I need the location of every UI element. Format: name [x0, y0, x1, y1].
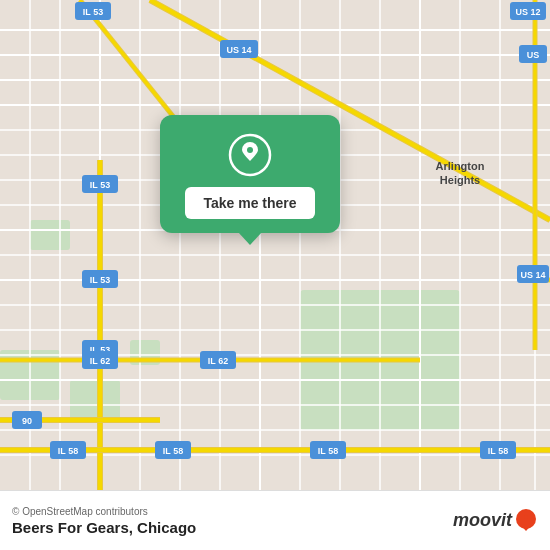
svg-text:Heights: Heights: [440, 174, 480, 186]
svg-text:US 12: US 12: [515, 7, 540, 17]
svg-text:IL 53: IL 53: [83, 7, 103, 17]
svg-rect-2: [30, 220, 70, 250]
take-me-there-button[interactable]: Take me there: [185, 187, 314, 219]
svg-text:IL 53: IL 53: [90, 275, 110, 285]
svg-text:IL 62: IL 62: [90, 356, 110, 366]
svg-text:IL 62: IL 62: [208, 356, 228, 366]
svg-text:US: US: [527, 50, 540, 60]
map-attribution: © OpenStreetMap contributors: [12, 506, 196, 517]
bottom-bar: © OpenStreetMap contributors Beers For G…: [0, 490, 550, 550]
svg-text:IL 58: IL 58: [488, 446, 508, 456]
svg-text:IL 58: IL 58: [58, 446, 78, 456]
svg-text:US 14: US 14: [520, 270, 545, 280]
bottom-left: © OpenStreetMap contributors Beers For G…: [12, 506, 196, 536]
svg-text:Arlington: Arlington: [436, 160, 485, 172]
location-pin-icon: [228, 133, 272, 177]
svg-text:IL 53: IL 53: [90, 180, 110, 190]
popup-card: Take me there: [160, 115, 340, 233]
svg-text:90: 90: [22, 416, 32, 426]
svg-rect-4: [70, 380, 120, 420]
moovit-pin-icon: [514, 507, 538, 535]
moovit-logo-text: moovit: [453, 510, 512, 531]
moovit-logo: moovit: [453, 507, 538, 535]
map-container: IL 53 US 14 IL 53 IL 53 IL 53 IL 62 IL 6…: [0, 0, 550, 490]
svg-text:IL 58: IL 58: [163, 446, 183, 456]
svg-point-91: [524, 515, 528, 519]
svg-point-88: [247, 147, 253, 153]
svg-text:IL 58: IL 58: [318, 446, 338, 456]
place-name: Beers For Gears, Chicago: [12, 519, 196, 536]
svg-text:US 14: US 14: [226, 45, 251, 55]
